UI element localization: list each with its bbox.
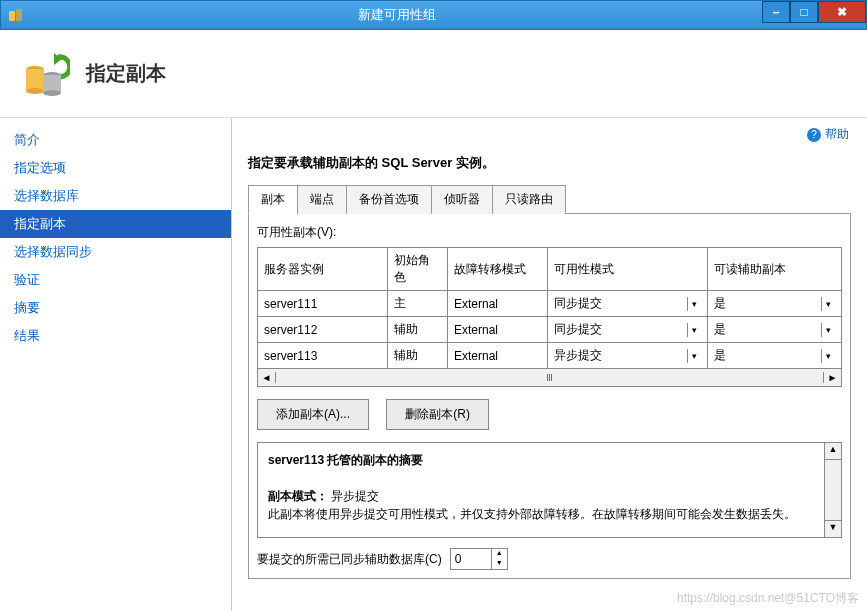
- summary-mode-desc: 此副本将使用异步提交可用性模式，并仅支持外部故障转移。在故障转移期间可能会发生数…: [268, 507, 796, 521]
- chevron-down-icon[interactable]: ▾: [821, 323, 835, 337]
- remove-replica-button[interactable]: 删除副本(R): [386, 399, 489, 430]
- chevron-down-icon[interactable]: ▾: [687, 297, 701, 311]
- close-button[interactable]: ✖: [818, 1, 866, 23]
- replicas-panel: 可用性副本(V): 服务器实例 初始角色 故障转移模式 可用性模式 可读辅助副本…: [248, 214, 851, 579]
- horizontal-scrollbar[interactable]: ◄ Ⅲ ►: [257, 369, 842, 387]
- cell-mode[interactable]: 异步提交▾: [548, 343, 708, 369]
- cell-readable[interactable]: 是▾: [708, 343, 842, 369]
- cell-readable[interactable]: 是▾: [708, 291, 842, 317]
- cell-failover: External: [448, 291, 548, 317]
- mode-value: 同步提交: [554, 295, 602, 312]
- cell-readable[interactable]: 是▾: [708, 317, 842, 343]
- chevron-down-icon[interactable]: ▾: [687, 323, 701, 337]
- window-title: 新建可用性组: [31, 6, 762, 24]
- cell-role: 主: [388, 291, 448, 317]
- svg-point-7: [43, 90, 61, 96]
- instruction-text: 指定要承载辅助副本的 SQL Server 实例。: [248, 154, 851, 172]
- cell-failover: External: [448, 343, 548, 369]
- cell-server: server113: [258, 343, 388, 369]
- scroll-up-icon[interactable]: ▲: [825, 443, 841, 460]
- spin-down-icon[interactable]: ▼: [492, 559, 507, 569]
- chevron-down-icon[interactable]: ▾: [821, 349, 835, 363]
- page-header: 指定副本: [0, 30, 867, 118]
- col-server: 服务器实例: [258, 248, 388, 291]
- mode-value: 同步提交: [554, 321, 602, 338]
- nav-summary[interactable]: 摘要: [0, 294, 231, 322]
- chevron-down-icon[interactable]: ▾: [821, 297, 835, 311]
- scroll-track[interactable]: Ⅲ: [276, 372, 823, 383]
- nav-validate[interactable]: 验证: [0, 266, 231, 294]
- nav-options[interactable]: 指定选项: [0, 154, 231, 182]
- readable-value: 是: [714, 347, 726, 364]
- nav-select-db[interactable]: 选择数据库: [0, 182, 231, 210]
- table-header-row: 服务器实例 初始角色 故障转移模式 可用性模式 可读辅助副本: [258, 248, 842, 291]
- cell-role: 辅助: [388, 343, 448, 369]
- table-row[interactable]: server111 主 External 同步提交▾ 是▾: [258, 291, 842, 317]
- replica-summary: server113 托管的副本的摘要 副本模式： 异步提交 此副本将使用异步提交…: [257, 442, 842, 538]
- svg-rect-1: [16, 9, 22, 21]
- cell-server: server111: [258, 291, 388, 317]
- scroll-right-icon[interactable]: ►: [823, 372, 841, 383]
- maximize-button[interactable]: □: [790, 1, 818, 23]
- readable-value: 是: [714, 321, 726, 338]
- watermark: https://blog.csdn.net@51CTO博客: [677, 590, 859, 607]
- col-readable: 可读辅助副本: [708, 248, 842, 291]
- replica-actions: 添加副本(A)... 删除副本(R): [257, 399, 842, 430]
- tab-backup-pref[interactable]: 备份首选项: [346, 185, 432, 214]
- chevron-down-icon[interactable]: ▾: [687, 349, 701, 363]
- tab-strip: 副本 端点 备份首选项 侦听器 只读路由: [248, 184, 851, 214]
- page-title: 指定副本: [86, 60, 166, 87]
- svg-rect-0: [9, 11, 15, 21]
- col-failover: 故障转移模式: [448, 248, 548, 291]
- nav-results[interactable]: 结果: [0, 322, 231, 350]
- scroll-left-icon[interactable]: ◄: [258, 372, 276, 383]
- col-role: 初始角色: [388, 248, 448, 291]
- summary-title: server113 托管的副本的摘要: [268, 453, 423, 467]
- nav-intro[interactable]: 简介: [0, 126, 231, 154]
- table-row[interactable]: server112 辅助 External 同步提交▾ 是▾: [258, 317, 842, 343]
- title-bar: 新建可用性组 – □ ✖: [0, 0, 867, 30]
- tab-readonly-routing[interactable]: 只读路由: [492, 185, 566, 214]
- nav-data-sync[interactable]: 选择数据同步: [0, 238, 231, 266]
- summary-mode-value: 异步提交: [331, 489, 379, 503]
- tab-replicas[interactable]: 副本: [248, 185, 298, 214]
- cell-mode[interactable]: 同步提交▾: [548, 291, 708, 317]
- replicas-table: 服务器实例 初始角色 故障转移模式 可用性模式 可读辅助副本 server111…: [257, 247, 842, 369]
- wizard-nav: 简介 指定选项 选择数据库 指定副本 选择数据同步 验证 摘要 结果: [0, 118, 232, 611]
- app-icon: [7, 6, 25, 24]
- summary-mode-label: 副本模式：: [268, 489, 328, 503]
- header-icon: [20, 49, 70, 99]
- commit-input[interactable]: [451, 549, 491, 569]
- svg-point-4: [26, 88, 44, 94]
- spin-up-icon[interactable]: ▲: [492, 549, 507, 559]
- commit-spinner[interactable]: ▲ ▼: [450, 548, 508, 570]
- window-controls: – □ ✖: [762, 1, 866, 29]
- commit-row: 要提交的所需已同步辅助数据库(C) ▲ ▼: [257, 548, 842, 570]
- table-row[interactable]: server113 辅助 External 异步提交▾ 是▾: [258, 343, 842, 369]
- cell-mode[interactable]: 同步提交▾: [548, 317, 708, 343]
- replicas-label: 可用性副本(V):: [257, 224, 842, 241]
- tab-endpoints[interactable]: 端点: [297, 185, 347, 214]
- scroll-down-icon[interactable]: ▼: [825, 520, 841, 537]
- svg-rect-3: [26, 69, 44, 91]
- nav-specify-replicas[interactable]: 指定副本: [0, 210, 231, 238]
- mode-value: 异步提交: [554, 347, 602, 364]
- readable-value: 是: [714, 295, 726, 312]
- cell-role: 辅助: [388, 317, 448, 343]
- help-link[interactable]: 帮助: [807, 126, 849, 143]
- vertical-scrollbar[interactable]: ▲ ▼: [824, 443, 841, 537]
- minimize-button[interactable]: –: [762, 1, 790, 23]
- content-pane: 帮助 指定要承载辅助副本的 SQL Server 实例。 副本 端点 备份首选项…: [232, 118, 867, 611]
- tab-listener[interactable]: 侦听器: [431, 185, 493, 214]
- cell-server: server112: [258, 317, 388, 343]
- cell-failover: External: [448, 317, 548, 343]
- col-mode: 可用性模式: [548, 248, 708, 291]
- add-replica-button[interactable]: 添加副本(A)...: [257, 399, 369, 430]
- commit-label: 要提交的所需已同步辅助数据库(C): [257, 551, 442, 568]
